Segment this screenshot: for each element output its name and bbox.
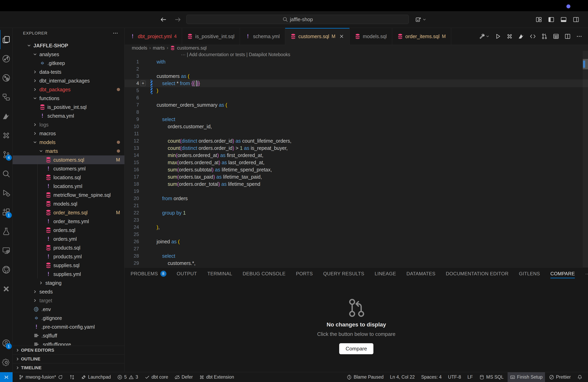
sidebar-section-open-editors[interactable]: OPEN EDITORS: [13, 346, 125, 354]
activity-item-run-and-debug[interactable]: [0, 183, 13, 203]
line-number[interactable]: 22: [125, 209, 139, 216]
tree-item-.env[interactable]: .env: [13, 305, 125, 314]
tree-item-orders.sql[interactable]: orders.sql: [13, 226, 125, 234]
panel-tab-debug-console[interactable]: DEBUG CONSOLE: [243, 267, 286, 280]
tree-item-.gitkeep[interactable]: .gitkeep: [13, 59, 125, 68]
panel-more-tabs[interactable]: ···: [585, 267, 588, 280]
status-item-encoding[interactable]: UTF-8: [446, 372, 463, 382]
line-number[interactable]: 3: [125, 73, 139, 80]
line-number[interactable]: 20: [125, 195, 139, 202]
codelens[interactable]: ··· | Add documentation or tests | Datap…: [125, 51, 588, 58]
run-icon[interactable]: [495, 33, 501, 39]
copilot-menu[interactable]: [415, 16, 426, 23]
activity-item-source-control[interactable]: 4: [0, 145, 13, 164]
more-icon[interactable]: [576, 33, 582, 39]
split-editor-icon[interactable]: [564, 33, 571, 39]
panel-tab-problems[interactable]: PROBLEMS8: [131, 267, 167, 280]
status-item-finish-setup[interactable]: Finish Setup: [508, 372, 545, 382]
compare-button[interactable]: Compare: [339, 343, 373, 354]
code-editor[interactable]: ··· | Add documentation or tests | Datap…: [125, 51, 588, 267]
editor-tab-order_items.sql[interactable]: order_items.sqlM: [392, 28, 451, 45]
line-number[interactable]: 29: [125, 260, 139, 267]
nav-forward-button[interactable]: [174, 16, 181, 23]
customize-layout-icon[interactable]: [536, 16, 542, 23]
tree-item-.pre-commit-config.yaml[interactable]: !.pre-commit-config.yaml: [13, 323, 125, 331]
tree-item-.sqlfluffignore[interactable]: .sqlfluffignore: [13, 340, 125, 346]
toggle-sidebar-icon[interactable]: [548, 16, 554, 23]
activity-item-remote-explorer[interactable]: [0, 241, 13, 260]
line-number[interactable]: 5: [125, 87, 139, 94]
activity-item-search[interactable]: [0, 164, 13, 183]
panel-tab-compare[interactable]: COMPARE: [550, 267, 575, 280]
tree-item-metricflow_time_spine.sql[interactable]: metricflow_time_spine.sql: [13, 191, 125, 199]
breadcrumb-file[interactable]: customers.sql: [177, 45, 207, 51]
activity-item-flowchart[interactable]: [0, 88, 13, 107]
panel-tab-query-results[interactable]: QUERY RESULTS: [323, 267, 364, 280]
activity-item-dbt-power-user-alt[interactable]: [0, 279, 13, 299]
git-pull-request-icon[interactable]: [541, 33, 547, 39]
tree-item-supplies.sql[interactable]: supplies.sql: [13, 261, 125, 270]
toggle-secondary-sidebar-icon[interactable]: [573, 16, 579, 23]
close-icon[interactable]: [339, 34, 344, 39]
line-number[interactable]: 11: [125, 130, 139, 137]
tree-item-schema.yml[interactable]: !schema.yml: [13, 112, 125, 120]
line-number[interactable]: 17: [125, 173, 139, 180]
status-item-cursor-position[interactable]: Ln 4, Col 22: [388, 372, 417, 382]
panel-tab-gitlens[interactable]: GITLENS: [519, 267, 540, 280]
panel-tab-documentation-editor[interactable]: DOCUMENTATION EDITOR: [446, 267, 508, 280]
tree-item-logs[interactable]: logs: [13, 120, 125, 129]
editor-scrollbar[interactable]: [583, 51, 588, 267]
status-item-problems[interactable]: 53: [115, 372, 141, 382]
editor-tab-dbt_project.yml[interactable]: !dbt_project.yml4: [125, 28, 182, 45]
breadcrumb[interactable]: models›marts›customers.sql: [125, 45, 588, 51]
dbt-logo-icon[interactable]: [518, 33, 525, 39]
tree-item-data-tests[interactable]: data-tests: [13, 68, 125, 76]
tree-item-staging[interactable]: staging: [13, 279, 125, 287]
activity-item-testing[interactable]: [0, 222, 13, 241]
activity-item-dbt-power-user[interactable]: [0, 126, 13, 145]
line-number[interactable]: 12: [125, 137, 139, 144]
tree-item-supplies.yml[interactable]: !supplies.yml: [13, 270, 125, 279]
panel-tab-output[interactable]: OUTPUT: [177, 267, 197, 280]
remote-indicator[interactable]: [0, 372, 13, 382]
line-number[interactable]: 14: [125, 152, 139, 159]
activity-item-settings[interactable]: [0, 353, 13, 372]
tree-item-macros[interactable]: macros: [13, 129, 125, 138]
line-number[interactable]: 28: [125, 252, 139, 260]
build-menu-button[interactable]: [479, 33, 490, 39]
line-number[interactable]: 25: [125, 231, 139, 238]
breadcrumb-item[interactable]: marts: [153, 45, 165, 51]
tree-item-marts[interactable]: marts: [13, 147, 125, 155]
status-item-defer[interactable]: Defer: [172, 372, 195, 382]
line-number[interactable]: 21: [125, 202, 139, 209]
tree-item-target[interactable]: target: [13, 296, 125, 305]
line-number[interactable]: 9: [125, 116, 139, 123]
editor-tab-schema.yml[interactable]: !schema.yml: [240, 28, 285, 45]
sidebar-section-timeline[interactable]: TIMELINE: [13, 363, 125, 372]
panel-tab-terminal[interactable]: TERMINAL: [207, 267, 232, 280]
status-item-language-mode[interactable]: MS SQL: [477, 372, 506, 382]
tree-item-customers.yml[interactable]: !customers.yml: [13, 164, 125, 173]
nav-back-button[interactable]: [160, 16, 167, 23]
tree-item-dbt_internal_packages[interactable]: dbt_internal_packages: [13, 76, 125, 85]
activity-item-extensions[interactable]: 1: [0, 203, 13, 222]
status-item-blame[interactable]: Blame Paused: [344, 372, 386, 382]
line-number[interactable]: 6: [125, 94, 139, 101]
breadcrumb-item[interactable]: models: [132, 45, 147, 51]
line-number[interactable]: 15: [125, 159, 139, 166]
activity-item-github[interactable]: [0, 260, 13, 279]
tree-item-dbt_packages[interactable]: dbt_packages: [13, 85, 125, 94]
tree-item-locations.yml[interactable]: !locations.yml: [13, 182, 125, 191]
tree-item-.gitignore[interactable]: .gitignore: [13, 314, 125, 323]
table-icon[interactable]: [553, 33, 559, 39]
editor-tab-is_positive_int.sql[interactable]: is_positive_int.sql: [182, 28, 240, 45]
command-center-search[interactable]: jaffle-shop: [186, 15, 409, 24]
tree-item-models[interactable]: models: [13, 138, 125, 147]
activity-item-dbt[interactable]: [0, 107, 13, 126]
line-number[interactable]: 1: [125, 58, 139, 65]
toggle-panel-icon[interactable]: [560, 16, 567, 23]
tree-item-products.yml[interactable]: !products.yml: [13, 252, 125, 261]
editor-tab-customers.sql[interactable]: customers.sqlM: [285, 28, 350, 45]
line-number[interactable]: 4: [125, 80, 139, 87]
tree-item-.sqlfluff[interactable]: .sqlfluff: [13, 331, 125, 340]
